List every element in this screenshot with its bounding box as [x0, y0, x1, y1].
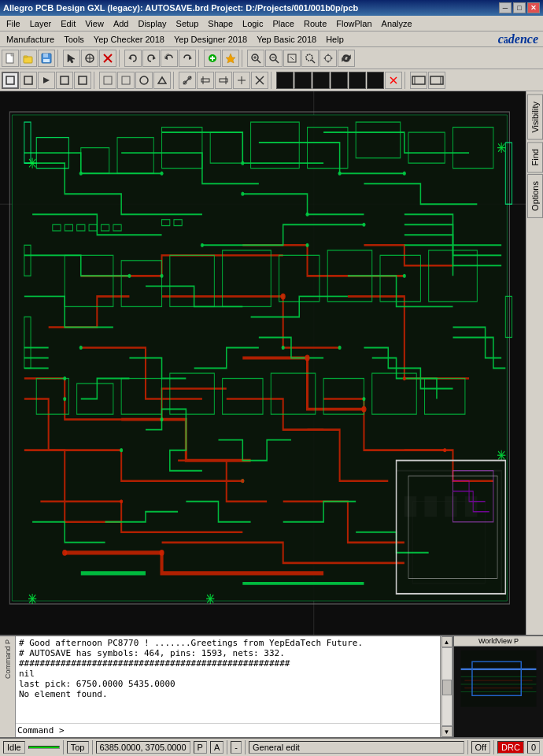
- console-input[interactable]: [66, 725, 438, 736]
- svg-rect-56: [281, 76, 289, 84]
- tb2-frame-1[interactable]: [410, 72, 427, 89]
- menu-help[interactable]: Help: [321, 33, 349, 46]
- tb2-btn-4[interactable]: [56, 72, 73, 89]
- tb2-btn-8[interactable]: [135, 72, 153, 89]
- menu-analyze[interactable]: Analyze: [377, 17, 417, 30]
- status-layer[interactable]: Top: [67, 741, 89, 754]
- redo-all-button[interactable]: [179, 50, 196, 67]
- tb2-btn-20[interactable]: [367, 72, 384, 89]
- console-line-5: last pick: 6750.0000 5435.0000: [19, 679, 437, 689]
- menu-flowplan[interactable]: FlowPlan: [331, 17, 376, 30]
- visibility-tab[interactable]: Visibility: [527, 94, 543, 140]
- scroll-up-arrow[interactable]: ▲: [441, 636, 452, 647]
- menu-shape[interactable]: Shape: [203, 17, 238, 30]
- svg-marker-38: [43, 77, 50, 83]
- tb2-btn-12[interactable]: [215, 72, 232, 89]
- menu-yep-checker[interactable]: Yep Checker 2018: [89, 33, 169, 46]
- toolbar2-separator-1: [94, 72, 97, 89]
- menu-manufacture[interactable]: Manufacture: [2, 33, 59, 46]
- tb2-btn-17[interactable]: [312, 72, 330, 89]
- pcb-area: Visibility Find Options: [0, 91, 543, 635]
- menu-display[interactable]: Display: [133, 17, 171, 30]
- options-tab[interactable]: Options: [527, 174, 543, 218]
- menu-add[interactable]: Add: [109, 17, 134, 30]
- pcb-canvas[interactable]: [0, 91, 526, 635]
- menu-view[interactable]: View: [80, 17, 109, 30]
- worldview-canvas[interactable]: [454, 647, 543, 737]
- delete-button[interactable]: [99, 50, 116, 67]
- undo-button[interactable]: [124, 50, 142, 67]
- select-button[interactable]: [63, 50, 80, 67]
- svg-point-154: [127, 274, 131, 278]
- find-tab[interactable]: Find: [527, 142, 543, 172]
- tb2-btn-7[interactable]: [117, 72, 135, 89]
- console-scrollbar: ▲ ▼: [440, 636, 452, 737]
- tb2-btn-13[interactable]: [233, 72, 250, 89]
- tb2-btn-3[interactable]: [38, 72, 55, 89]
- tb2-btn-11[interactable]: [197, 72, 214, 89]
- save-button[interactable]: [38, 50, 55, 67]
- menu-file[interactable]: File: [2, 17, 25, 30]
- pin-button[interactable]: [222, 50, 239, 67]
- tb2-btn-18[interactable]: [331, 72, 348, 89]
- svg-rect-41: [104, 76, 112, 84]
- menu-tools[interactable]: Tools: [59, 33, 89, 46]
- console-prompt: Command >: [17, 725, 65, 736]
- add-connect-button[interactable]: [204, 50, 221, 67]
- scroll-track[interactable]: [441, 647, 452, 726]
- tb2-frame-2[interactable]: [428, 72, 445, 89]
- status-drc[interactable]: DRC: [497, 741, 524, 754]
- tb2-btn-2[interactable]: [20, 72, 37, 89]
- zoom-fit-button[interactable]: [283, 50, 301, 67]
- menu-setup[interactable]: Setup: [172, 17, 204, 30]
- tb2-btn-9[interactable]: [153, 72, 171, 89]
- menu-logic[interactable]: Logic: [238, 17, 268, 30]
- menu-place[interactable]: Place: [268, 17, 299, 30]
- console-output[interactable]: # Good afternoon PC8770 ! .......Greetin…: [16, 636, 440, 723]
- redo-button[interactable]: [142, 50, 160, 67]
- close-button[interactable]: ✕: [527, 2, 540, 13]
- menu-yep-designer[interactable]: Yep Designer 2018: [169, 33, 252, 46]
- console-line-6: No element found.: [19, 689, 437, 699]
- tb2-btn-15[interactable]: [276, 72, 294, 89]
- tb2-btn-14[interactable]: [251, 72, 268, 89]
- maximize-button[interactable]: □: [513, 2, 526, 13]
- svg-point-166: [305, 355, 309, 361]
- svg-rect-37: [24, 76, 32, 84]
- drc-error-button[interactable]: [385, 72, 402, 89]
- minimize-button[interactable]: ─: [499, 2, 512, 13]
- console-main: # Good afternoon PC8770 ! .......Greetin…: [16, 636, 440, 737]
- tb2-btn-16[interactable]: [294, 72, 312, 89]
- tb2-btn-1[interactable]: [2, 72, 19, 89]
- app-window: Allegro PCB Design GXL (legacy): AUTOSAV…: [0, 0, 543, 756]
- refresh-button[interactable]: [338, 50, 355, 67]
- tb2-btn-10[interactable]: [179, 72, 196, 89]
- svg-point-164: [159, 550, 164, 556]
- svg-point-141: [63, 397, 66, 401]
- tb2-btn-5[interactable]: [74, 72, 91, 89]
- menu-edit[interactable]: Edit: [56, 17, 80, 30]
- svg-point-163: [62, 550, 67, 556]
- zoom-out-button[interactable]: [265, 50, 283, 67]
- zoom-in-button[interactable]: [247, 50, 264, 67]
- title-bar: Allegro PCB Design GXL (legacy): AUTOSAV…: [0, 0, 543, 16]
- menu-route[interactable]: Route: [299, 17, 331, 30]
- new-button[interactable]: [2, 50, 19, 67]
- worldview-svg: [454, 647, 543, 737]
- open-button[interactable]: [20, 50, 37, 67]
- tb2-btn-19[interactable]: [349, 72, 366, 89]
- pan-button[interactable]: [320, 50, 337, 67]
- svg-point-171: [443, 448, 446, 452]
- menu-yep-basic[interactable]: Yep Basic 2018: [252, 33, 321, 46]
- zoom-selection-button[interactable]: [301, 50, 319, 67]
- status-bar: Idle Top 6385.0000, 3705.0000 P A - Gene…: [0, 737, 543, 756]
- scroll-thumb[interactable]: [442, 680, 452, 695]
- snap-button[interactable]: [81, 50, 98, 67]
- svg-point-167: [361, 406, 366, 413]
- toolbar-separator-2: [119, 50, 122, 67]
- tb2-btn-6[interactable]: [99, 72, 116, 89]
- scroll-down-arrow[interactable]: ▼: [441, 726, 452, 737]
- menu-layer[interactable]: Layer: [25, 17, 57, 30]
- svg-line-45: [183, 76, 191, 84]
- undo-all-button[interactable]: [161, 50, 178, 67]
